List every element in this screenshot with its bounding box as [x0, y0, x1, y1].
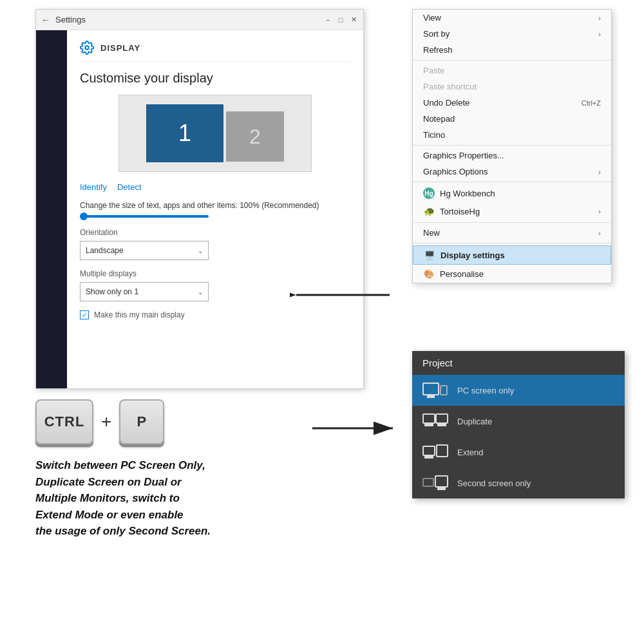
- settings-header: DISPLAY: [80, 41, 350, 62]
- orientation-label: Orientation: [80, 228, 350, 237]
- keyboard-to-project-arrow: [309, 415, 399, 441]
- tortoise-icon: 🐢: [423, 205, 435, 217]
- svg-rect-15: [438, 488, 445, 489]
- ctx-new[interactable]: New ›: [413, 225, 611, 241]
- ctx-graphics-options[interactable]: Graphics Options ›: [413, 164, 611, 180]
- settings-window: ← Settings − □ ✕ DISPLAY Customise your …: [35, 9, 364, 389]
- dropdown-arrow-icon: ⌄: [198, 247, 203, 254]
- ctx-refresh[interactable]: Refresh: [413, 42, 611, 58]
- project-duplicate[interactable]: Duplicate: [412, 406, 625, 437]
- monitor-preview: 1 2: [118, 95, 312, 172]
- pc-screen-only-label: PC screen only: [457, 386, 514, 395]
- duplicate-icon: [422, 413, 448, 429]
- scale-text: Change the size of text, apps and other …: [80, 201, 350, 210]
- display-settings-icon: 🖥️: [424, 249, 435, 261]
- submenu-arrow-icon: ›: [598, 168, 601, 176]
- duplicate-label: Duplicate: [457, 417, 492, 426]
- orientation-value: Landscape: [86, 246, 124, 255]
- svg-rect-8: [425, 424, 433, 426]
- ctx-view[interactable]: View ›: [413, 10, 611, 26]
- divider-3: [413, 182, 611, 182]
- display-links: Identify Detect: [80, 182, 350, 192]
- multiple-displays-label: Multiple displays: [80, 269, 350, 278]
- minimize-button[interactable]: −: [323, 15, 332, 24]
- multiple-displays-dropdown[interactable]: Show only on 1 ⌄: [80, 282, 209, 301]
- submenu-arrow-icon: ›: [598, 30, 601, 38]
- pc-screen-only-icon: [422, 383, 448, 398]
- plus-sign: +: [101, 412, 111, 432]
- svg-rect-5: [440, 386, 447, 395]
- svg-rect-3: [423, 383, 439, 395]
- close-button[interactable]: ✕: [349, 15, 358, 24]
- display-section-title: DISPLAY: [100, 43, 140, 53]
- orientation-dropdown[interactable]: Landscape ⌄: [80, 241, 209, 260]
- submenu-arrow-icon: ›: [598, 207, 601, 215]
- ctx-notepad[interactable]: Notepad: [413, 111, 611, 127]
- p-key: P: [119, 399, 164, 444]
- project-second-screen[interactable]: Second screen only: [412, 468, 625, 498]
- svg-point-0: [85, 46, 89, 50]
- extend-icon: [422, 444, 448, 460]
- second-screen-label: Second screen only: [457, 478, 531, 488]
- settings-content: DISPLAY Customise your display 1 2 Ident…: [67, 30, 363, 388]
- project-extend[interactable]: Extend: [412, 437, 625, 468]
- title-bar: ← Settings − □ ✕: [36, 10, 363, 30]
- ctx-display-settings[interactable]: 🖥️ Display settings: [413, 245, 611, 265]
- svg-rect-11: [437, 445, 448, 457]
- divider-2: [413, 145, 611, 146]
- main-display-checkbox-row[interactable]: ✓ Make this my main display: [80, 310, 350, 319]
- ctx-hg-workbench[interactable]: Hg Hg Workbench: [413, 184, 611, 202]
- context-menu-arrow: [290, 282, 393, 308]
- second-screen-only-icon: [422, 475, 448, 491]
- undo-shortcut: Ctrl+Z: [582, 99, 601, 107]
- ctx-personalise[interactable]: 🎨 Personalise: [413, 265, 611, 283]
- svg-rect-13: [423, 478, 433, 486]
- ctrl-key: CTRL: [35, 399, 93, 444]
- svg-rect-12: [425, 457, 433, 458]
- main-display-checkbox[interactable]: ✓: [80, 310, 89, 319]
- ctx-paste: Paste: [413, 62, 611, 79]
- svg-rect-9: [438, 424, 446, 426]
- window-controls: − □ ✕: [323, 15, 358, 24]
- hg-icon: Hg: [423, 187, 435, 199]
- scale-slider[interactable]: [80, 215, 209, 218]
- divider-4: [413, 222, 611, 223]
- project-pc-screen-only[interactable]: PC screen only: [412, 375, 625, 406]
- svg-rect-14: [435, 476, 448, 487]
- display-heading: Customise your display: [80, 71, 350, 86]
- maximize-button[interactable]: □: [336, 15, 345, 24]
- context-menu: View › Sort by › Refresh Paste Paste sho…: [412, 9, 612, 283]
- svg-rect-6: [423, 414, 435, 423]
- identify-link[interactable]: Identify: [80, 182, 107, 192]
- svg-rect-10: [423, 446, 435, 455]
- monitor-2: 2: [226, 111, 284, 162]
- project-header: Project: [412, 351, 625, 375]
- divider-5: [413, 243, 611, 243]
- extend-label: Extend: [457, 448, 483, 457]
- back-button[interactable]: ←: [41, 15, 50, 25]
- ctx-ticino[interactable]: Ticino: [413, 127, 611, 143]
- ctx-undo-delete[interactable]: Undo Delete Ctrl+Z: [413, 95, 611, 111]
- multiple-displays-value: Show only on 1: [86, 287, 138, 296]
- personalise-icon: 🎨: [423, 268, 435, 279]
- divider-1: [413, 60, 611, 61]
- monitor-1: 1: [146, 104, 223, 162]
- project-panel: Project PC screen only Duplicate Extend: [412, 351, 625, 498]
- settings-sidebar: [36, 30, 67, 388]
- ctx-graphics-properties[interactable]: Graphics Properties...: [413, 147, 611, 164]
- window-title: Settings: [55, 15, 323, 24]
- svg-rect-7: [436, 414, 448, 423]
- detect-link[interactable]: Detect: [117, 182, 142, 192]
- ctx-tortoisehg[interactable]: 🐢 TortoiseHg ›: [413, 202, 611, 220]
- ctx-paste-shortcut: Paste shortcut: [413, 79, 611, 95]
- ctx-sort-by[interactable]: Sort by ›: [413, 26, 611, 42]
- dropdown-arrow2-icon: ⌄: [198, 289, 203, 296]
- submenu-arrow-icon: ›: [598, 14, 601, 22]
- gear-icon: [80, 41, 94, 55]
- description-text: Switch between PC Screen Only, Duplicate…: [35, 457, 364, 540]
- submenu-arrow-icon: ›: [598, 229, 601, 237]
- svg-rect-4: [428, 396, 434, 397]
- main-display-label: Make this my main display: [94, 310, 185, 319]
